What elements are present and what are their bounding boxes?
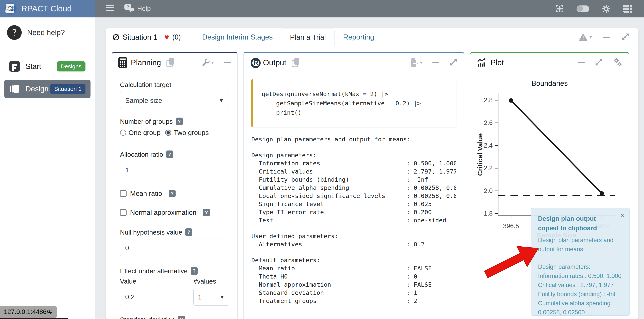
planning-tools-dropdown[interactable]: ▾ xyxy=(202,58,214,67)
output-panel: R Output ▾ xyxy=(244,52,464,319)
copy-planning-button[interactable] xyxy=(166,58,174,67)
help-badge[interactable]: ? xyxy=(166,150,173,158)
help-badge[interactable]: ? xyxy=(203,209,210,216)
svg-text:2.6: 2.6 xyxy=(484,119,493,126)
rpact-logo[interactable]: PACTCloud R xyxy=(4,2,17,15)
effect-value-input[interactable] xyxy=(120,289,170,305)
empty-set-icon: ∅ xyxy=(112,32,120,42)
help-badge[interactable]: ? xyxy=(176,118,183,125)
calculation-target-label: Calculation target xyxy=(120,81,229,88)
toast-line: Information rates : 0.500, 1.000 xyxy=(538,271,622,281)
expand-output-button[interactable] xyxy=(450,58,458,67)
settings-sun-icon[interactable] xyxy=(601,4,611,13)
status-url: 127.0.0.1:4486/# xyxy=(0,306,57,318)
calculator-icon xyxy=(118,57,127,68)
svg-text:396.5: 396.5 xyxy=(503,222,519,230)
svg-text:1.8: 1.8 xyxy=(484,210,493,217)
planning-title: Planning xyxy=(131,58,161,67)
chevron-down-icon: ▼ xyxy=(218,97,224,104)
plot-settings-button[interactable] xyxy=(613,58,622,67)
rpact-cloud-app: { "app": {"title": "RPACT Cloud", "url":… xyxy=(0,0,644,319)
need-help-label: Need help? xyxy=(27,28,65,37)
radio-two-groups[interactable]: Two groups xyxy=(165,129,209,137)
collapse-planning-button[interactable] xyxy=(224,62,231,63)
theme-toggle[interactable] xyxy=(576,5,589,12)
toast-notification: × Design plan output copied to clipboard… xyxy=(531,208,630,316)
calculation-target-select[interactable]: Sample size ▼ xyxy=(120,92,229,109)
planning-panel: Planning ▾ Calculation target xyxy=(112,52,238,319)
checkbox-icon xyxy=(120,209,126,216)
toast-close-icon[interactable]: × xyxy=(620,212,624,219)
favorite-heart-icon[interactable]: ♥ xyxy=(164,32,169,42)
radio-label: One group xyxy=(128,129,160,137)
r-code-block: getDesignInverseNormal(kMax = 2) |> getS… xyxy=(251,79,456,127)
collapse-plot-button[interactable] xyxy=(578,62,585,63)
expand-arrows-icon[interactable] xyxy=(555,4,564,13)
tab-bar: ∅ Situation 1 ♥ (0) Design Interim Stage… xyxy=(106,28,638,46)
toast-body: Design plan parameters and output for me… xyxy=(538,236,622,316)
copy-output-button[interactable] xyxy=(292,58,300,67)
sun-glyph xyxy=(602,4,611,13)
chart-title: Boundaries xyxy=(476,79,624,87)
chart-icon xyxy=(477,58,487,67)
help-badge[interactable]: ? xyxy=(185,228,192,236)
effect-under-alternative-label: Effect under alternative? xyxy=(120,267,229,275)
radio-icon-checked xyxy=(165,130,171,136)
svg-text:Critical Value: Critical Value xyxy=(476,133,484,176)
favorite-count: (0) xyxy=(172,33,181,41)
expand-arrows-glyph xyxy=(555,4,564,13)
toast-line: Cumulative alpha spending : 0.00258, 0.0… xyxy=(538,299,622,316)
toast-line: Design plan parameters and output for me… xyxy=(538,236,622,254)
null-hypothesis-input[interactable] xyxy=(120,240,229,256)
svg-text:2.2: 2.2 xyxy=(484,164,493,172)
allocation-ratio-input[interactable] xyxy=(120,162,229,178)
sidebar-item-start[interactable]: Start Designs xyxy=(4,57,90,76)
collapse-output-button[interactable] xyxy=(432,62,439,63)
flipboard-icon xyxy=(9,61,20,72)
help-badge[interactable]: ? xyxy=(168,190,176,197)
radio-icon xyxy=(120,130,126,136)
sidebar-item-label: Start xyxy=(26,62,41,71)
apps-grid-icon[interactable] xyxy=(623,5,632,13)
checkbox-icon xyxy=(120,190,126,197)
radio-one-group[interactable]: One group xyxy=(120,129,160,137)
tab-situation[interactable]: ∅ Situation 1 ♥ (0) xyxy=(112,28,181,46)
warnings-dropdown-button[interactable]: ▾ xyxy=(579,33,592,41)
expand-card-button[interactable] xyxy=(621,33,630,42)
mean-ratio-checkbox-row[interactable]: Mean ratio ? xyxy=(120,190,229,197)
toast-line: Futility bounds (binding) : -Inf xyxy=(538,290,622,299)
effect-nvalues-select[interactable]: 1 ▼ xyxy=(194,289,229,306)
help-badge[interactable]: ? xyxy=(191,267,198,275)
null-hypothesis-label: Null hypothesis value? xyxy=(120,228,229,236)
expand-plot-button[interactable] xyxy=(595,58,603,67)
normal-approximation-checkbox-row[interactable]: Normal approximation ? xyxy=(120,209,229,216)
expand-diagonal-icon xyxy=(450,58,458,66)
help-badge[interactable]: ? xyxy=(178,316,185,319)
plot-title: Plot xyxy=(490,58,504,67)
app-title: RPACT Cloud xyxy=(21,4,72,13)
r-logo-icon: R xyxy=(250,57,261,68)
collapse-card-button[interactable] xyxy=(603,37,610,38)
export-output-dropdown[interactable]: ▾ xyxy=(411,58,422,67)
chevron-down-icon: ▾ xyxy=(420,60,422,65)
mean-ratio-label: Mean ratio xyxy=(130,190,162,197)
help-button[interactable]: ? Help xyxy=(124,4,151,13)
tab-design-interim-stages[interactable]: Design Interim Stages xyxy=(194,28,281,46)
number-of-groups-label: Number of groups? xyxy=(120,118,229,125)
svg-text:2.8: 2.8 xyxy=(484,96,493,104)
chevron-down-icon: ▾ xyxy=(212,60,214,65)
tab-label: Design Interim Stages xyxy=(202,33,273,41)
sidebar-item-design[interactable]: Design Situation 1 xyxy=(4,80,90,98)
radio-label: Two groups xyxy=(174,129,209,137)
planning-form: Calculation target Sample size ▼ Number … xyxy=(112,72,238,319)
need-help-button[interactable]: ? Need help? xyxy=(0,17,95,48)
tab-reporting[interactable]: Reporting xyxy=(334,28,382,46)
tab-plan-a-trial[interactable]: Plan a Trial xyxy=(281,28,334,46)
hamburger-menu-icon[interactable] xyxy=(106,5,114,11)
output-report: Design plan parameters and output for me… xyxy=(251,135,456,305)
toast-line: Design parameters: xyxy=(538,262,622,271)
tab-label: Plan a Trial xyxy=(290,33,326,41)
calculation-target-value: Sample size xyxy=(125,97,162,104)
chevron-down-icon: ▾ xyxy=(590,34,592,40)
help-label: Help xyxy=(137,5,151,12)
